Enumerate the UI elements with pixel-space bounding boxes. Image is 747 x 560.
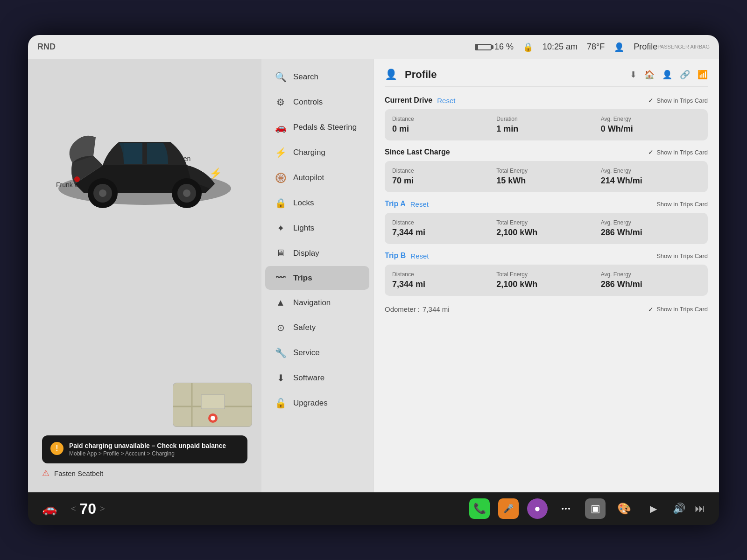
stat-label-duration-cd: Duration [496, 116, 596, 122]
stat-value-total-energy-ta: 2,100 kWh [496, 228, 596, 238]
stat-value-avg-energy-ta: 286 Wh/mi [601, 228, 700, 238]
service-icon: 🔧 [275, 347, 287, 358]
charging-icon: ⚡ [275, 147, 287, 158]
trip-a-stats: Distance 7,344 mi Total Energy 2,100 kWh… [385, 213, 708, 244]
menu-item-trips[interactable]: 〰 Trips [265, 266, 369, 290]
menu-item-service[interactable]: 🔧 Service [265, 341, 369, 365]
svg-point-3 [99, 189, 106, 197]
svg-point-14 [211, 416, 215, 420]
profile-title: Profile [405, 69, 437, 81]
battery-fill [476, 45, 478, 49]
stat-label-total-energy-tb: Total Energy [496, 271, 596, 278]
app-colorful[interactable]: 🎨 [614, 498, 634, 519]
menu-label-display: Display [293, 249, 319, 258]
menu-item-autopilot[interactable]: 🛞 Autopilot [265, 166, 369, 190]
status-bar: RND 16 % 🔒 10:25 am 78°F 👤 Profile PASSE… [28, 35, 719, 59]
stat-label-avg-energy-slc: Avg. Energy [601, 168, 700, 174]
app-phone[interactable]: 📞 [469, 498, 490, 519]
stat-label-distance-slc: Distance [392, 168, 492, 174]
upgrades-icon: 🔓 [275, 398, 287, 409]
menu-item-controls[interactable]: ⚙ Controls [265, 90, 369, 114]
current-drive-checkmark: ✓ [648, 97, 654, 104]
current-drive-reset[interactable]: Reset [437, 97, 455, 105]
stat-value-duration-cd: 1 min [496, 124, 596, 134]
odometer-value: 7,344 mi [423, 305, 450, 313]
stat-value-distance-tb: 7,344 mi [392, 280, 492, 289]
profile-icon-large: 👤 [385, 69, 397, 81]
since-last-charge-show-trips: ✓ Show in Trips Card [648, 148, 708, 156]
speed-left-arrow[interactable]: < [71, 504, 76, 514]
volume-icon[interactable]: 🔊 [673, 503, 685, 515]
stat-value-energy-cd: 0 Wh/mi [601, 124, 700, 134]
odometer-label: Odometer : [385, 305, 420, 313]
trip-b-stats: Distance 7,344 mi Total Energy 2,100 kWh… [385, 265, 708, 296]
stat-label-energy-cd: Avg. Energy [601, 116, 700, 122]
menu-item-upgrades[interactable]: 🔓 Upgrades [265, 391, 369, 415]
app-media[interactable]: ▶ [643, 498, 663, 519]
menu-label-lights: Lights [293, 224, 314, 233]
trip-a-show-trips: Show in Trips Card [656, 201, 708, 208]
navigation-icon: ▲ [275, 297, 287, 308]
speed-value: 70 [80, 500, 97, 518]
safety-icon: ⊙ [275, 322, 287, 333]
stat-value-total-energy-tb: 2,100 kWh [496, 280, 596, 289]
pedals-icon: 🚗 [275, 122, 287, 133]
app-camera[interactable]: ● [527, 498, 548, 519]
svg-point-6 [183, 189, 190, 197]
menu-item-locks[interactable]: 🔒 Locks [265, 191, 369, 215]
menu-item-pedals[interactable]: 🚗 Pedals & Steering [265, 115, 369, 140]
bluetooth-icon: 🔗 [680, 70, 690, 80]
current-drive-stats: Distance 0 mi Duration 1 min Avg. Energy… [385, 109, 708, 140]
menu-label-pedals: Pedals & Steering [293, 123, 357, 132]
app-dots[interactable]: ••• [556, 498, 577, 519]
stat-avg-energy-ta: Avg. Energy 286 Wh/mi [601, 219, 700, 238]
menu-label-charging: Charging [293, 148, 325, 157]
menu-item-display[interactable]: 🖥 Display [265, 241, 369, 265]
mini-map [173, 383, 252, 427]
current-drive-title: Current Drive [385, 96, 432, 105]
svg-point-8 [74, 176, 80, 182]
stat-duration-cd: Duration 1 min [496, 116, 596, 134]
battery-info: 16 % [475, 42, 514, 52]
trip-a-title: Trip A [385, 200, 406, 208]
stat-label-total-energy-slc: Total Energy [496, 168, 596, 174]
left-panel: Frunk Open 🔓 Trunk Open [28, 59, 261, 492]
stat-total-energy-tb: Total Energy 2,100 kWh [496, 271, 596, 289]
skip-icon[interactable]: ⏭ [695, 503, 705, 515]
since-last-charge-header: Since Last Charge ✓ Show in Trips Card [385, 148, 708, 156]
trip-a-show-label: Show in Trips Card [656, 201, 708, 208]
menu-item-software[interactable]: ⬇ Software [265, 366, 369, 390]
menu-panel: 🔍 Search ⚙ Controls 🚗 Pedals & Steering … [261, 59, 374, 492]
menu-label-autopilot: Autopilot [293, 173, 324, 182]
menu-item-navigation[interactable]: ▲ Navigation [265, 291, 369, 315]
display-icon: 🖥 [275, 248, 287, 259]
menu-item-safety[interactable]: ⊙ Safety [265, 315, 369, 340]
trips-icon: 〰 [275, 273, 287, 283]
stat-label-distance-tb: Distance [392, 271, 492, 278]
app-card[interactable]: ▣ [585, 498, 606, 519]
home-icon: 🏠 [644, 70, 655, 80]
taskbar-apps: 📞 🎤 ● ••• ▣ 🎨 ▶ [469, 498, 663, 519]
speed-right-arrow[interactable]: > [100, 504, 105, 514]
menu-item-lights[interactable]: ✦ Lights [265, 216, 369, 240]
screen-bezel: RND 16 % 🔒 10:25 am 78°F 👤 Profile PASSE… [28, 35, 719, 525]
odometer-row: Odometer : 7,344 mi ✓ Show in Trips Card [385, 299, 708, 315]
battery-percent: 16 % [494, 42, 514, 52]
menu-item-charging[interactable]: ⚡ Charging [265, 140, 369, 165]
stat-value-avg-energy-slc: 214 Wh/mi [601, 176, 700, 186]
right-panel: 👤 Profile ⬇ 🏠 👤 🔗 📶 Current Drive Reset … [374, 59, 719, 492]
profile-icons: ⬇ 🏠 👤 🔗 📶 [630, 70, 708, 80]
status-center: 16 % 🔒 10:25 am 78°F 👤 Profile [475, 42, 657, 52]
menu-item-search[interactable]: 🔍 Search [265, 65, 369, 89]
current-drive-show-trips: ✓ Show in Trips Card [648, 97, 708, 104]
trip-b-reset[interactable]: Reset [410, 252, 429, 260]
menu-label-search: Search [293, 72, 318, 82]
trip-a-header: Trip A Reset Show in Trips Card [385, 200, 708, 208]
status-time: 10:25 am [543, 42, 578, 52]
lock-icon: 🔒 [523, 42, 533, 52]
battery-bar-icon [475, 44, 492, 50]
app-audio[interactable]: 🎤 [498, 498, 519, 519]
autopilot-icon: 🛞 [275, 172, 287, 183]
since-last-charge-title: Since Last Charge [385, 148, 450, 156]
trip-a-reset[interactable]: Reset [410, 200, 429, 208]
